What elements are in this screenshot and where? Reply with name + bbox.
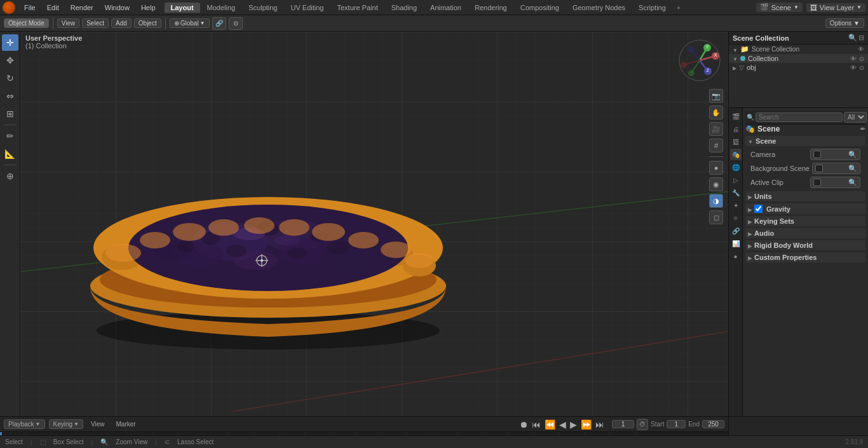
wireframe-mode-btn[interactable]: ◻ — [709, 210, 723, 224]
props-output-icon[interactable]: 🖨 — [730, 123, 742, 135]
menu-render[interactable]: Render — [65, 3, 98, 13]
annotate-tool[interactable]: ✏ — [2, 128, 18, 144]
props-particles-icon[interactable]: ✦ — [730, 200, 742, 211]
background-scene-value[interactable]: 🔍 — [812, 163, 860, 174]
tab-sculpting[interactable]: Sculpting — [242, 3, 283, 13]
obj-eye[interactable]: 👁 — [850, 64, 857, 71]
obj-hide-icon[interactable]: ⊙ — [859, 64, 864, 71]
props-title-edit-icon[interactable]: ✏ — [860, 126, 865, 132]
props-object-icon[interactable]: ▷ — [730, 174, 742, 186]
solid-mode-btn[interactable]: ◑ — [709, 194, 723, 208]
tab-compositing[interactable]: Compositing — [514, 3, 566, 13]
step-back-btn[interactable]: ⏪ — [545, 419, 555, 430]
material-preview-btn[interactable]: ◉ — [709, 177, 723, 191]
tab-animation[interactable]: Animation — [424, 3, 468, 13]
snap-btn[interactable]: 🔗 — [212, 17, 226, 30]
rotate-tool[interactable]: ↻ — [2, 70, 18, 86]
playback-menu[interactable]: Playback ▼ — [4, 419, 45, 429]
collection-eye[interactable]: 👁 — [850, 55, 857, 62]
outliner-search-icon[interactable]: 🔍 — [848, 34, 857, 42]
workspace-tab-add[interactable]: + — [673, 3, 684, 13]
object-menu[interactable]: Object — [134, 18, 161, 28]
play-btn[interactable]: ▶ — [570, 419, 577, 430]
skip-first-btn[interactable]: ⏮ — [532, 419, 541, 430]
current-frame-input[interactable] — [612, 420, 634, 428]
tab-modeling[interactable]: Modeling — [201, 3, 242, 13]
cursor-tool[interactable]: ✛ — [2, 34, 18, 51]
tab-uv-editing[interactable]: UV Editing — [285, 3, 330, 13]
tab-layout[interactable]: Layout — [165, 3, 200, 13]
collection-hide-icon[interactable]: ⊙ — [859, 55, 864, 62]
menu-help[interactable]: Help — [136, 3, 161, 13]
props-filter-select[interactable]: All — [844, 112, 867, 123]
props-render-icon[interactable]: 🎬 — [730, 111, 742, 122]
object-mode-selector[interactable]: Object Mode — [4, 18, 49, 28]
bg-scene-eyedropper[interactable]: 🔍 — [848, 165, 857, 173]
outliner-obj[interactable]: ▽ obj 👁 ⊙ — [729, 63, 868, 72]
viewport-gizmo[interactable]: Y X Z — [677, 38, 722, 83]
render-mode-btn[interactable]: ● — [709, 161, 723, 175]
menu-file[interactable]: File — [19, 3, 41, 13]
props-scene-icon[interactable]: 🎭 — [730, 149, 742, 160]
active-clip-eyedropper[interactable]: 🔍 — [848, 179, 857, 187]
custom-props-section-header[interactable]: Custom Properties — [745, 252, 865, 262]
rigid-body-section-header[interactable]: Rigid Body World — [745, 240, 865, 250]
global-selector[interactable]: ⊕ Global ▼ — [170, 18, 210, 28]
measure-tool[interactable]: 📐 — [2, 146, 18, 162]
timeline-view-menu[interactable]: View — [87, 420, 109, 428]
camera-view-btn[interactable]: 📷 — [709, 89, 723, 103]
outliner-filter-icon[interactable]: ⊟ — [858, 34, 864, 42]
props-constraints-icon[interactable]: 🔗 — [730, 225, 742, 236]
camera-eyedropper[interactable]: 🔍 — [848, 151, 857, 159]
active-clip-value[interactable]: 🔍 — [810, 177, 860, 188]
scale-tool[interactable]: ⇔ — [2, 88, 18, 104]
select-menu[interactable]: Select — [82, 18, 109, 28]
clock-btn[interactable]: ⏱ — [637, 419, 648, 430]
grid-btn[interactable]: # — [709, 139, 723, 153]
props-material-icon[interactable]: ● — [730, 250, 742, 262]
move-tool[interactable]: ✥ — [2, 52, 18, 69]
tab-geometry-nodes[interactable]: Geometry Nodes — [566, 3, 632, 13]
outliner-scene-collection[interactable]: 📁 Scene Collection 👁 — [729, 44, 868, 54]
props-modifier-icon[interactable]: 🔧 — [730, 187, 742, 198]
gravity-section-header[interactable]: Gravity — [745, 203, 865, 214]
start-frame-input[interactable] — [667, 420, 686, 428]
keying-sets-section-header[interactable]: Keying Sets — [745, 216, 865, 226]
gravity-checkbox[interactable] — [754, 205, 763, 213]
view-menu[interactable]: View — [57, 18, 80, 28]
tab-shading[interactable]: Shading — [385, 3, 423, 13]
skip-last-btn[interactable]: ⏭ — [595, 419, 604, 430]
units-section-header[interactable]: Units — [745, 191, 865, 201]
scene-section-header[interactable]: Scene — [745, 136, 865, 146]
tab-rendering[interactable]: Rendering — [468, 3, 513, 13]
hand-tool-btn[interactable]: ✋ — [709, 105, 723, 119]
camera-icon-btn[interactable]: 🎥 — [709, 122, 723, 136]
scene-selector[interactable]: 🎬 Scene ▼ — [756, 3, 803, 12]
camera-value[interactable]: 🔍 — [810, 149, 860, 160]
transform-tool[interactable]: ⊞ — [2, 105, 18, 122]
menu-edit[interactable]: Edit — [42, 3, 64, 13]
audio-section-header[interactable]: Audio — [745, 228, 865, 238]
options-btn[interactable]: Options ▼ — [825, 18, 864, 28]
viewport-3d[interactable]: User Perspective (1) Collection Y X Z — [20, 32, 728, 431]
scene-collection-eye[interactable]: 👁 — [858, 46, 864, 53]
add-tool[interactable]: ⊕ — [2, 168, 18, 184]
props-view-layer-icon[interactable]: 🖼 — [730, 136, 742, 147]
tab-scripting[interactable]: Scripting — [632, 3, 672, 13]
timeline-marker-menu[interactable]: Marker — [112, 420, 140, 428]
props-search-input[interactable] — [756, 112, 843, 122]
view-layer-selector[interactable]: 🖼 View Layer ▼ — [806, 3, 865, 12]
menu-window[interactable]: Window — [100, 3, 135, 13]
step-forward-btn[interactable]: ⏩ — [581, 419, 592, 430]
props-physics-icon[interactable]: ⚛ — [730, 212, 742, 224]
add-menu[interactable]: Add — [111, 18, 132, 28]
play-back-btn[interactable]: ◀ — [559, 419, 566, 430]
props-world-icon[interactable]: 🌐 — [730, 161, 742, 173]
outliner-collection[interactable]: Collection 👁 ⊙ — [729, 54, 868, 63]
record-btn[interactable]: ⏺ — [519, 419, 528, 430]
proportional-edit-btn[interactable]: ⊙ — [229, 17, 243, 30]
props-data-icon[interactable]: 📊 — [730, 238, 742, 249]
tab-texture-paint[interactable]: Texture Paint — [330, 3, 384, 13]
keying-menu[interactable]: Keying ▼ — [49, 419, 84, 429]
end-frame-input[interactable] — [702, 420, 724, 428]
